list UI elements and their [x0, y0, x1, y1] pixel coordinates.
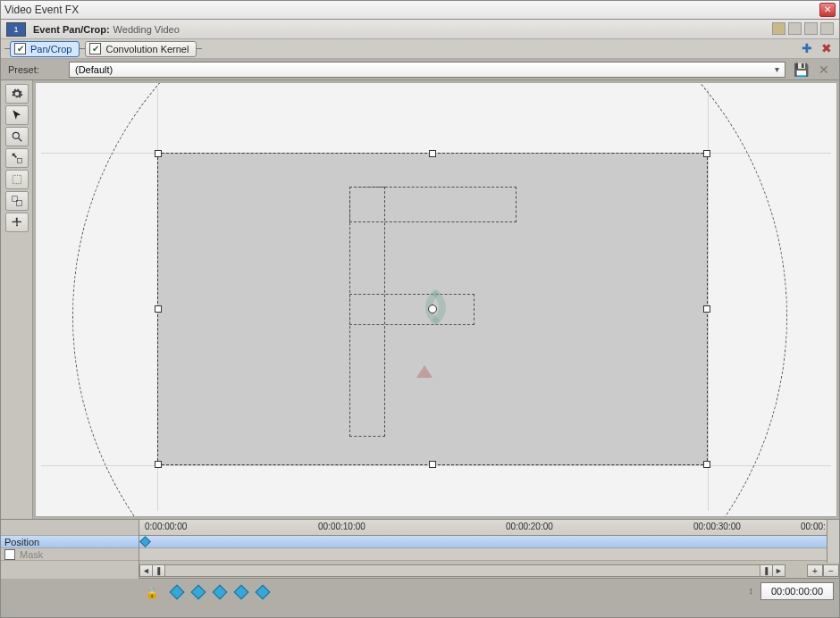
- tool-settings[interactable]: [5, 84, 29, 104]
- kf-prev-icon[interactable]: [191, 585, 206, 600]
- handle-mid-left[interactable]: [155, 305, 162, 313]
- gear-icon: [11, 88, 23, 100]
- kf-next-icon[interactable]: [234, 585, 249, 600]
- remove-fx-icon[interactable]: ✖: [819, 41, 834, 55]
- handle-bot-mid[interactable]: [429, 461, 436, 468]
- handle-top-left[interactable]: [155, 150, 162, 157]
- magnifier-icon: [11, 130, 23, 143]
- svg-point-0: [13, 132, 19, 138]
- fx-chain: ✔ Pan/Crop ✔ Convolution Kernel ✚ ✖: [1, 39, 839, 59]
- save-preset-icon[interactable]: 💾: [793, 62, 809, 78]
- layout-icon-3[interactable]: [804, 22, 818, 35]
- timeline-row-position[interactable]: [139, 536, 839, 548]
- header-view-icons: [772, 22, 834, 35]
- track-mask[interactable]: Mask: [1, 548, 139, 561]
- ruler-tick: 00:00:20:00: [506, 522, 553, 531]
- fx-tab-pancrop[interactable]: ✔ Pan/Crop: [10, 41, 80, 57]
- fx-tab-convolution[interactable]: ✔ Convolution Kernel: [85, 41, 197, 57]
- main-area: [1, 80, 839, 519]
- track-spacer: [1, 520, 139, 536]
- center-handle[interactable]: [428, 305, 437, 313]
- lock-icon[interactable]: 🔒: [145, 585, 159, 599]
- tool-resize[interactable]: [5, 191, 29, 211]
- handle-top-mid[interactable]: [429, 150, 436, 157]
- add-fx-icon[interactable]: ✚: [800, 41, 814, 55]
- layout-icon-1[interactable]: [772, 22, 785, 35]
- tool-transform[interactable]: [5, 170, 29, 189]
- scroll-track[interactable]: [165, 565, 760, 576]
- timeline-row-mask[interactable]: [139, 548, 839, 561]
- zoom-buttons: + −: [807, 564, 839, 577]
- preset-value: (Default): [75, 64, 113, 75]
- svg-line-1: [18, 138, 21, 142]
- canvas[interactable]: [35, 82, 837, 517]
- delete-preset-icon[interactable]: ✕: [816, 62, 832, 78]
- window-body: 1 Event Pan/Crop: Wedding Video ✔ Pan/Cr…: [0, 20, 840, 618]
- arrow-icon: [11, 109, 23, 121]
- keyframe-nav: 🔒: [139, 582, 839, 602]
- move-corner-icon: [11, 152, 23, 164]
- tool-select[interactable]: [5, 105, 29, 125]
- chain-connector: [197, 48, 202, 49]
- header-prefix: Event Pan/Crop:: [33, 24, 110, 35]
- fx-enable-pancrop[interactable]: ✔: [14, 43, 26, 54]
- timeline-vscroll[interactable]: [827, 520, 839, 563]
- resize-icon: [11, 195, 23, 207]
- ruler-tick: 00:00:: [801, 522, 826, 531]
- header-event-name: Wedding Video: [113, 24, 180, 35]
- scroll-page-right-icon[interactable]: ❚: [760, 565, 772, 576]
- close-button[interactable]: ✕: [819, 3, 836, 17]
- sync-cursor-icon[interactable]: ↕: [749, 585, 754, 596]
- layout-icon-2[interactable]: [788, 22, 802, 35]
- time-readout[interactable]: 00:00:00:00: [760, 582, 834, 600]
- fx-slot-badge: 1: [6, 22, 26, 37]
- preset-select[interactable]: (Default): [69, 62, 785, 78]
- svg-rect-2: [17, 159, 21, 163]
- preset-row: Preset: (Default) 💾 ✕: [1, 59, 839, 80]
- zoom-in-button[interactable]: +: [807, 564, 823, 577]
- layout-icon-4[interactable]: [820, 22, 834, 35]
- handle-top-right[interactable]: [703, 150, 710, 157]
- tool-move-freely[interactable]: [5, 148, 29, 168]
- track-mask-checkbox[interactable]: [4, 549, 15, 560]
- scroll-right-icon[interactable]: ►: [772, 565, 785, 576]
- handle-mid-right[interactable]: [703, 305, 710, 313]
- tool-column: [1, 80, 33, 519]
- titlebar: Video Event FX ✕: [0, 0, 840, 20]
- keyframe[interactable]: [139, 536, 151, 547]
- fx-tab-label: Pan/Crop: [30, 44, 71, 54]
- ruler-tick: 00:00:30:00: [693, 522, 741, 531]
- timeline-hscroll[interactable]: ◄ ❚ ❚ ►: [139, 564, 785, 577]
- kf-last-icon[interactable]: [256, 585, 271, 600]
- bounds-icon: [11, 173, 23, 186]
- tool-pan[interactable]: [5, 213, 29, 232]
- fx-enable-convolution[interactable]: ✔: [89, 43, 101, 54]
- kf-add-icon[interactable]: [213, 585, 228, 600]
- fx-header: 1 Event Pan/Crop: Wedding Video: [1, 20, 839, 39]
- window-title: Video Event FX: [4, 4, 79, 16]
- kf-first-icon[interactable]: [170, 585, 185, 600]
- tool-zoom[interactable]: [5, 127, 29, 146]
- scroll-page-left-icon[interactable]: ❚: [153, 565, 165, 576]
- timeline-area: Position Mask 0:00:00:00 00:00:10:00 00:…: [1, 519, 839, 617]
- svg-rect-3: [13, 175, 21, 183]
- track-position[interactable]: Position: [1, 536, 139, 548]
- track-label: Position: [4, 537, 39, 547]
- timeline-ruler[interactable]: 0:00:00:00 00:00:10:00 00:00:20:00 00:00…: [139, 520, 839, 536]
- fx-tab-label: Convolution Kernel: [105, 44, 189, 54]
- track-label: Mask: [20, 549, 43, 560]
- handle-bot-right[interactable]: [703, 461, 710, 468]
- pan-icon: [11, 216, 23, 229]
- handle-bot-left[interactable]: [155, 461, 162, 468]
- track-labels: Position Mask: [1, 520, 139, 579]
- ruler-tick: 00:00:10:00: [318, 522, 365, 531]
- zoom-out-button[interactable]: −: [823, 564, 839, 577]
- preset-label: Preset:: [8, 64, 62, 75]
- ruler-tick: 0:00:00:00: [145, 522, 187, 531]
- crop-rectangle[interactable]: [157, 153, 708, 465]
- scroll-left-icon[interactable]: ◄: [140, 565, 153, 576]
